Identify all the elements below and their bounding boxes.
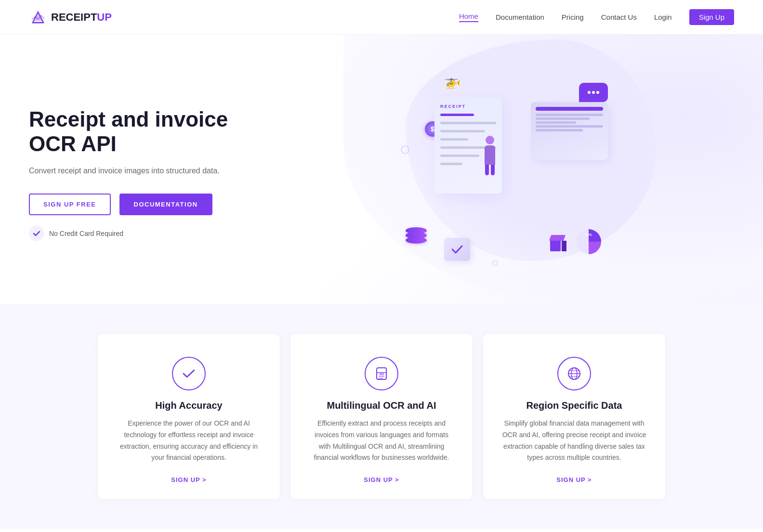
logo[interactable]: RECEIPTUP — [29, 8, 112, 26]
monitor-row-1 — [536, 114, 603, 116]
feature-card-multilingual: AI Multilingual OCR and AI Efficiently e… — [290, 333, 473, 500]
person-body — [485, 145, 495, 165]
svg-text:64%: 64% — [585, 233, 592, 236]
region-title: Region Specific Data — [500, 400, 648, 411]
nav-home[interactable]: Home — [459, 12, 478, 22]
monitor-row-2 — [536, 117, 590, 120]
chat-dot-3 — [596, 91, 599, 94]
monitor-screen — [531, 102, 608, 160]
chat-dot-2 — [592, 91, 595, 94]
navbar: RECEIPTUP Home Documentation Pricing Con… — [0, 0, 763, 35]
receipt-line-3 — [440, 130, 485, 132]
monitor-row-5 — [536, 129, 583, 131]
accuracy-icon-wrap — [172, 357, 206, 390]
chat-bubble — [579, 83, 608, 102]
hero-subtext: Convert receipt and invoice images into … — [29, 165, 270, 177]
receipt-line-2 — [440, 122, 496, 124]
multilingual-icon-wrap: AI — [365, 357, 398, 390]
no-credit-card-row: No Credit Card Required — [29, 226, 270, 241]
isometric-illustration: 🚁 $ RECEIPT — [386, 78, 618, 271]
cube-top — [549, 235, 566, 241]
checkmark-icon — [29, 226, 44, 241]
person-leg-left — [485, 165, 489, 175]
accuracy-title: High Accuracy — [115, 400, 263, 411]
receipt-label: RECEIPT — [440, 104, 496, 109]
hero-heading: Receipt and invoice OCR API — [29, 107, 270, 156]
person-head — [486, 136, 494, 144]
cube-front — [550, 241, 561, 251]
multilingual-title: Multilingual OCR and AI — [308, 400, 455, 411]
receipt-line-4 — [440, 138, 468, 141]
purple-cube — [550, 235, 565, 251]
check-box — [444, 238, 470, 261]
nav-documentation[interactable]: Documentation — [496, 13, 544, 21]
chat-dot-1 — [588, 91, 591, 94]
region-icon-wrap — [557, 357, 591, 390]
nav-contact[interactable]: Contact Us — [601, 13, 637, 21]
deco-circle-2 — [492, 260, 498, 266]
coin-3 — [406, 237, 427, 244]
features-section: High Accuracy Experience the power of ou… — [0, 304, 763, 529]
feature-card-region: Region Specific Data Simplify global fin… — [483, 333, 666, 500]
coin-stack — [406, 229, 427, 242]
deco-circle-1 — [401, 145, 409, 154]
person-leg-right — [491, 165, 495, 175]
person-legs — [483, 165, 497, 175]
hero-illustration: 🚁 $ RECEIPT — [270, 71, 734, 278]
region-cta[interactable]: SIGN UP > — [556, 476, 592, 483]
multilingual-cta[interactable]: SIGN UP > — [364, 476, 399, 483]
receipt-line-7 — [440, 163, 462, 165]
monitor-row-4 — [536, 125, 603, 128]
receipt-line-6 — [440, 155, 479, 157]
hero-section: Receipt and invoice OCR API Convert rece… — [0, 35, 763, 304]
nav-links: Home Documentation Pricing Contact Us Lo… — [459, 9, 734, 25]
multilingual-description: Efficiently extract and process receipts… — [308, 418, 455, 464]
person-silhouette — [483, 136, 497, 174]
signup-free-button[interactable]: SIGN UP FREE — [29, 194, 111, 215]
nav-signup[interactable]: Sign Up — [689, 9, 734, 25]
monitor-bar — [536, 107, 603, 111]
receipt-line-1 — [440, 114, 474, 116]
region-description: Simplify global financial data managemen… — [500, 418, 648, 464]
documentation-button[interactable]: DOCUMENTATION — [119, 194, 212, 215]
hero-content: Receipt and invoice OCR API Convert rece… — [29, 107, 270, 241]
accuracy-description: Experience the power of our OCR and AI t… — [115, 418, 263, 464]
pie-chart: 64% — [574, 227, 603, 256]
drone-icon: 🚁 — [444, 73, 461, 89]
no-credit-card-text: No Credit Card Required — [49, 230, 123, 237]
accuracy-cta[interactable]: SIGN UP > — [171, 476, 206, 483]
logo-text: RECEIPTUP — [51, 11, 112, 24]
nav-pricing[interactable]: Pricing — [562, 13, 584, 21]
hero-buttons: SIGN UP FREE DOCUMENTATION — [29, 194, 270, 215]
feature-card-accuracy: High Accuracy Experience the power of ou… — [97, 333, 280, 500]
cube-side — [562, 241, 566, 251]
monitor-row-3 — [536, 121, 576, 124]
nav-login[interactable]: Login — [654, 13, 672, 21]
